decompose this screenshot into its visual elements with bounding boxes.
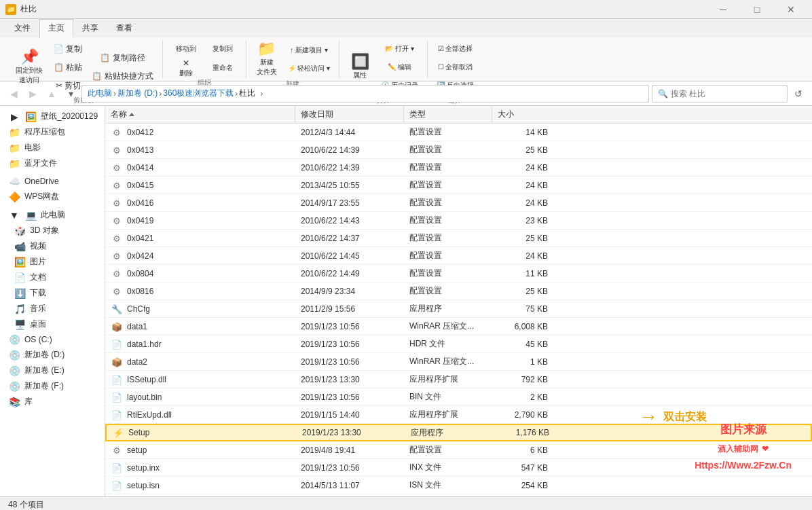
select-none-button[interactable]: ☐ 全部取消	[433, 58, 477, 76]
file-row[interactable]: 📦data22019/1/23 10:56WinRAR 压缩文...1 KB	[105, 353, 812, 371]
col-header-type[interactable]: 类型	[404, 106, 492, 123]
close-button[interactable]: ✕	[775, 0, 807, 19]
back-button[interactable]: ◀	[5, 86, 22, 102]
file-row[interactable]: ⚙0x04212010/6/22 14:37配置设置25 KB	[105, 230, 812, 247]
pin-button[interactable]: 📌 固定到快速访问	[11, 48, 48, 86]
file-row[interactable]: ⚙0x04142010/6/22 14:39配置设置24 KB	[105, 159, 812, 177]
refresh-button[interactable]: ↺	[790, 86, 807, 102]
file-row[interactable]: 🔧ChCfg2011/2/9 15:56应用程序75 KB	[105, 300, 812, 318]
new-items: 📁 新建文件夹 ↑ 新建项目 ▾ ⚡ 轻松访问 ▾	[252, 40, 334, 78]
title-text: 杜比	[20, 3, 37, 15]
file-row[interactable]: 📄layout.bin2019/1/23 10:56BIN 文件2 KB	[105, 388, 812, 406]
sidebar-item-pictures[interactable]: 🖼️ 图片	[0, 254, 105, 270]
file-row[interactable]: 📄data1.hdr2019/1/23 10:56HDR 文件45 KB	[105, 335, 812, 353]
new-folder-button[interactable]: 📁 新建文件夹	[252, 40, 282, 78]
paste-shortcut-button[interactable]: 📋 粘贴快捷方式	[88, 68, 156, 86]
file-list[interactable]: 名称 修改日期 类型 大小 ⚙0x04122012/4/3 14:44配置设置1…	[105, 106, 812, 496]
sidebar-item-documents[interactable]: 📄 文档	[0, 270, 105, 285]
sidebar-item-3d[interactable]: 🎲 3D 对象	[0, 223, 105, 238]
up-button[interactable]: ▲	[43, 86, 60, 102]
file-row[interactable]: 📦data12019/1/23 10:56WinRAR 压缩文...6,008 …	[105, 318, 812, 335]
rename-button[interactable]: 重命名	[205, 59, 240, 77]
paste-icon: 📋 粘贴	[54, 62, 82, 73]
delete-button[interactable]: ✕ 删除	[168, 59, 204, 77]
copy-path-button[interactable]: 📋 复制路径	[88, 50, 156, 67]
file-row[interactable]: ⚙0x08162014/9/9 23:34配置设置25 KB	[105, 283, 812, 300]
file-row[interactable]: ⚙0x04132010/6/22 14:39配置设置25 KB	[105, 141, 812, 159]
sidebar-item-bluetooth[interactable]: 📁 蓝牙文件	[0, 156, 105, 171]
file-row[interactable]: 📄ISSetup.dll2019/1/23 13:30应用程序扩展792 KB	[105, 371, 812, 388]
sidebar-item-e[interactable]: 💿 新加卷 (E:)	[0, 363, 105, 378]
bitmap-folder-icon: 🖼️	[24, 111, 37, 122]
file-row[interactable]: ⚙0x04192010/6/22 14:43配置设置23 KB	[105, 212, 812, 230]
sidebar-item-thispc[interactable]: ▼ 💻 此电脑	[0, 207, 105, 223]
edit-button[interactable]: ✏️ 编辑	[377, 58, 422, 76]
search-box[interactable]: 🔍	[652, 85, 788, 103]
sidebar-item-library[interactable]: 📚 库	[0, 394, 105, 409]
open-button[interactable]: 📂 打开 ▾	[377, 40, 422, 58]
sidebar-item-music[interactable]: 🎵 音乐	[0, 301, 105, 316]
file-type-cell: 配置设置	[404, 197, 492, 208]
col-header-name[interactable]: 名称	[105, 106, 295, 123]
sidebar-item-bitmap[interactable]: ▶ 🖼️ 壁纸_20200129	[0, 109, 105, 124]
tab-share[interactable]: 共享	[73, 19, 107, 37]
file-row[interactable]: 📄RtlExUpd.dll2019/1/15 14:40应用程序扩展2,790 …	[105, 406, 812, 424]
tab-view[interactable]: 查看	[107, 19, 141, 37]
sidebar-item-video[interactable]: 📹 视频	[0, 238, 105, 254]
file-row[interactable]: 📄setup.isn2014/5/13 11:07ISN 文件254 KB	[105, 477, 812, 494]
file-name-cell: ⚙0x0412	[105, 127, 295, 138]
file-row[interactable]: 📄setup.inx2019/1/23 10:56INX 文件547 KB	[105, 459, 812, 477]
group-organize: 移动到 复制到 ✕ 删除 重命名 组织	[163, 40, 246, 78]
paste-button[interactable]: 📋 粘贴	[50, 58, 86, 76]
status-bar: 48 个项目	[0, 496, 812, 510]
file-row[interactable]: ⚙0x08042010/6/22 14:49配置设置11 KB	[105, 265, 812, 283]
file-date-cell: 2019/1/23 10:56	[295, 322, 404, 331]
path-item-1[interactable]: 新加卷 (D:)	[117, 88, 158, 99]
sidebar-item-wps[interactable]: 🔶 WPS网盘	[0, 189, 105, 204]
path-item-0[interactable]: 此电脑	[88, 88, 112, 99]
move-to-button[interactable]: 移动到	[168, 40, 204, 58]
file-row[interactable]: ⚙setup2019/4/8 19:41配置设置6 KB	[105, 441, 812, 459]
file-date-cell: 2011/2/9 15:56	[295, 304, 404, 314]
file-row[interactable]: ⚙0x04122012/4/3 14:44配置设置14 KB	[105, 124, 812, 141]
sidebar-item-compressed[interactable]: 📁 程序压缩包	[0, 124, 105, 140]
file-type-cell: WinRAR 压缩文...	[404, 321, 492, 332]
sidebar-item-desktop[interactable]: 🖥️ 桌面	[0, 316, 105, 332]
recent-button[interactable]: ▾	[62, 86, 79, 102]
file-row[interactable]: 📄setup.iss2005/5/31 15:01ISS 文件1 KB	[105, 494, 812, 496]
sidebar-item-onedrive[interactable]: ☁️ OneDrive	[0, 174, 105, 189]
file-row[interactable]: ⚙0x04242010/6/22 14:45配置设置24 KB	[105, 247, 812, 265]
file-size-cell: 1 KB	[492, 357, 553, 367]
properties-button[interactable]: 🔲 属性	[345, 48, 375, 86]
file-row[interactable]: ⚡Setup2019/1/23 13:30应用程序1,176 KB	[105, 424, 812, 441]
search-input[interactable]	[671, 89, 781, 98]
sidebar-item-c[interactable]: 💿 OS (C:)	[0, 332, 105, 347]
tab-file[interactable]: 文件	[5, 19, 39, 37]
file-row[interactable]: ⚙0x04152013/4/25 10:55配置设置24 KB	[105, 177, 812, 194]
path-item-2[interactable]: 360极速浏览器下载	[163, 88, 234, 99]
address-path[interactable]: 此电脑 › 新加卷 (D:) › 360极速浏览器下载 › 杜比 ›	[81, 85, 649, 103]
new-col: ↑ 新建项目 ▾ ⚡ 轻松访问 ▾	[284, 41, 334, 77]
sidebar-item-f[interactable]: 💿 新加卷 (F:)	[0, 378, 105, 394]
minimize-button[interactable]: ─	[707, 0, 739, 19]
sidebar-item-d[interactable]: 💿 新加卷 (D:)	[0, 347, 105, 363]
title-bar: 📁 杜比 ─ □ ✕	[0, 0, 812, 19]
col-header-date[interactable]: 修改日期	[295, 106, 404, 123]
copy-button[interactable]: 📄 复制	[50, 40, 86, 58]
forward-button[interactable]: ▶	[24, 86, 41, 102]
sidebar-item-movie[interactable]: 📁 电影	[0, 140, 105, 156]
d-icon: 💿	[8, 350, 20, 361]
copy-to-button[interactable]: 复制到	[205, 40, 240, 58]
easy-access-button[interactable]: ⚡ 轻松访问 ▾	[284, 60, 334, 77]
file-date-cell: 2019/1/15 14:40	[295, 410, 404, 420]
tab-home[interactable]: 主页	[39, 19, 73, 38]
file-size-cell: 792 KB	[492, 375, 553, 384]
col-header-size[interactable]: 大小	[492, 106, 553, 123]
maximize-button[interactable]: □	[741, 0, 773, 19]
app-icon: 📁	[5, 4, 16, 15]
file-row[interactable]: ⚙0x04162014/9/17 23:55配置设置24 KB	[105, 194, 812, 212]
sidebar-item-downloads[interactable]: ⬇️ 下载	[0, 285, 105, 301]
select-all-button[interactable]: ☑ 全部选择	[433, 40, 477, 58]
file-type-cell: 配置设置	[404, 179, 492, 191]
new-item-button[interactable]: ↑ 新建项目 ▾	[284, 41, 334, 59]
